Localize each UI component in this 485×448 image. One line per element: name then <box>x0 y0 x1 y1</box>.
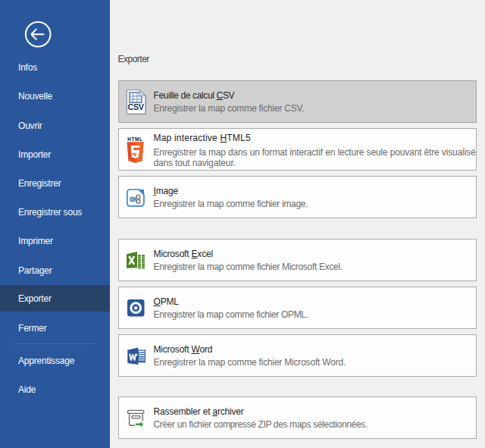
svg-text:CSV: CSV <box>127 102 144 111</box>
svg-text:HTML: HTML <box>127 136 143 142</box>
